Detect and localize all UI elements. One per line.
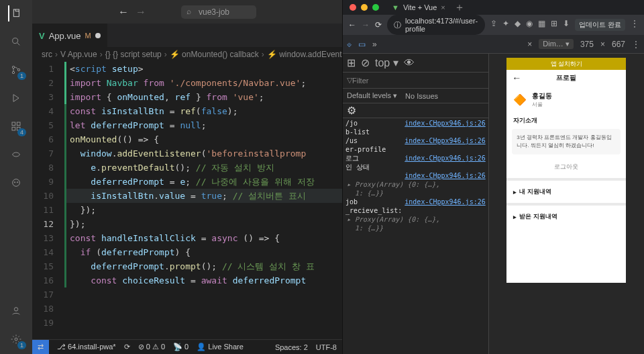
menu-icon[interactable]: ⋮ bbox=[631, 19, 639, 31]
remote-icon[interactable] bbox=[8, 146, 24, 163]
ext3-icon[interactable]: ▦ bbox=[538, 19, 545, 31]
device-dropdown[interactable]: Dim… ▾ bbox=[539, 39, 574, 49]
close-icon[interactable] bbox=[350, 4, 356, 11]
account-icon[interactable] bbox=[8, 303, 24, 319]
tab-close-icon[interactable]: × bbox=[441, 3, 445, 11]
install-banner[interactable]: 앱 설치하기 bbox=[506, 58, 626, 70]
info-icon[interactable]: ⓘ bbox=[394, 20, 401, 30]
clear-icon[interactable]: ⊘ bbox=[361, 56, 370, 69]
scm-badge: 1 bbox=[17, 72, 26, 80]
search-icon[interactable] bbox=[8, 34, 24, 50]
svg-rect-0 bbox=[13, 9, 19, 17]
tab-title: Vite + Vue bbox=[403, 3, 437, 11]
settings-icon[interactable]: 1 bbox=[8, 331, 24, 347]
ext4-icon[interactable]: ⊞ bbox=[551, 19, 557, 31]
download-icon[interactable]: ⬇ bbox=[563, 19, 570, 31]
vue-icon: V bbox=[39, 31, 45, 41]
modified-marker: M bbox=[85, 32, 91, 40]
nav-back-icon[interactable]: ← bbox=[118, 6, 129, 18]
browser-tab[interactable]: ▼ Vite + Vue × bbox=[392, 3, 445, 11]
fwd-icon[interactable]: → bbox=[362, 20, 370, 30]
address-bar[interactable]: ⓘ localhost:4173/#/user-profile bbox=[387, 15, 485, 35]
issues-link[interactable]: No Issues bbox=[405, 92, 438, 100]
copilot-icon[interactable] bbox=[8, 175, 24, 191]
ports[interactable]: 📡 0 bbox=[173, 343, 189, 351]
device-toggle-icon[interactable]: ▭ bbox=[358, 40, 366, 49]
scm-icon[interactable]: 1 bbox=[8, 62, 24, 78]
svg-point-2 bbox=[12, 66, 14, 68]
share-icon[interactable]: ⇪ bbox=[490, 19, 497, 31]
command-center[interactable]: vue3-job bbox=[181, 5, 256, 19]
back-icon[interactable]: ← bbox=[348, 20, 356, 30]
extensions-icon[interactable]: 4 bbox=[8, 118, 24, 134]
accordion-received[interactable]: ▸ 받은 지원내역 bbox=[506, 206, 626, 228]
dirty-dot-icon bbox=[95, 33, 101, 38]
sync-icon[interactable]: ⟳ bbox=[124, 343, 130, 351]
levels-dropdown[interactable]: Default levels ▾ bbox=[347, 91, 397, 100]
files-icon[interactable] bbox=[8, 5, 24, 21]
profile-name: 홍길동 bbox=[532, 91, 552, 101]
intro-title: 자기소개 bbox=[506, 114, 626, 128]
git-branch[interactable]: ⎇ 64.install-pwa* bbox=[57, 343, 116, 351]
more-icon[interactable]: » bbox=[372, 40, 377, 49]
update-button[interactable]: 업데이트 완료 bbox=[575, 19, 625, 31]
minimize-icon[interactable] bbox=[361, 4, 368, 11]
page-title: 프로필 bbox=[556, 73, 576, 83]
console-log-area[interactable]: /jo b-listindex-CHppx946.js:26/us er-pro… bbox=[343, 118, 488, 354]
logout-button[interactable]: 로그아웃 bbox=[506, 156, 626, 178]
devtools-top-bar: ⟐ ▭ » × Dim… ▾ 375 × 667 ⋮ bbox=[343, 35, 644, 54]
encoding[interactable]: UTF-8 bbox=[316, 343, 337, 351]
tab-app-vue[interactable]: V App.vue M bbox=[32, 24, 107, 47]
eye-icon[interactable]: 👁 bbox=[404, 57, 415, 69]
profile-location: 서울 bbox=[532, 101, 552, 108]
intro-body: 3년 경력차 프론트엔드 개발자 홍길동입니다. 뭐든지 열심히 하겠습니다! bbox=[512, 129, 621, 154]
console-filter[interactable]: ▽ Filter bbox=[343, 73, 488, 89]
svg-point-13 bbox=[15, 338, 17, 341]
star-icon[interactable]: ✦ bbox=[502, 19, 509, 31]
code-editor[interactable]: 12345678910111213141516171819 <script se… bbox=[32, 62, 342, 339]
svg-point-1 bbox=[13, 38, 18, 44]
line-gutter: 12345678910111213141516171819 bbox=[32, 62, 64, 339]
context-dropdown[interactable]: top ▾ bbox=[375, 56, 398, 69]
reload-icon[interactable]: ⟳ bbox=[375, 20, 382, 30]
window-controls: ▼ Vite + Vue × ＋ bbox=[343, 0, 644, 15]
accordion-my-apps[interactable]: ▸ 내 지원내역 bbox=[506, 181, 626, 203]
problems[interactable]: ⊘ 0 ⚠ 0 bbox=[138, 343, 165, 351]
browser-toolbar: ← → ⟳ ⓘ localhost:4173/#/user-profile ⇪ … bbox=[343, 15, 644, 35]
tab-filename: App.vue bbox=[49, 31, 81, 41]
inspect-icon[interactable]: ⟐ bbox=[347, 40, 352, 49]
profile-card: 🔶 홍길동 서울 bbox=[506, 86, 626, 114]
gear-icon[interactable]: ⚙ bbox=[347, 104, 356, 117]
title-bar: ← → vue3-job bbox=[32, 0, 342, 24]
status-bar: ⇄ ⎇ 64.install-pwa* ⟳ ⊘ 0 ⚠ 0 📡 0 👤 Live… bbox=[32, 339, 342, 354]
code-area[interactable]: <script setup>import Navbar from './comp… bbox=[64, 62, 342, 339]
new-tab-icon[interactable]: ＋ bbox=[454, 1, 465, 15]
avatar-icon: 🔶 bbox=[513, 93, 527, 106]
browser-window: ▼ Vite + Vue × ＋ ← → ⟳ ⓘ localhost:4173/… bbox=[342, 0, 644, 354]
devtools-close-icon[interactable]: × bbox=[527, 40, 532, 49]
devtools-menu-icon[interactable]: ⋮ bbox=[632, 40, 640, 49]
live-share[interactable]: 👤 Live Share bbox=[197, 343, 244, 351]
nav-fwd-icon[interactable]: → bbox=[136, 6, 146, 18]
back-arrow-icon[interactable]: ← bbox=[512, 73, 521, 83]
vscode-window: 1 4 1 ← → vue3-job V App.vue M src›V App… bbox=[0, 0, 342, 354]
run-icon[interactable] bbox=[8, 90, 24, 106]
ext2-icon[interactable]: ◉ bbox=[526, 19, 533, 31]
app-header: ← 프로필 bbox=[506, 70, 626, 86]
ext1-icon[interactable]: ◆ bbox=[515, 19, 521, 31]
indent[interactable]: Spaces: 2 bbox=[275, 343, 308, 351]
activity-bar: 1 4 1 bbox=[0, 0, 32, 354]
breadcrumbs[interactable]: src›V App.vue›{} {} script setup›⚡ onMou… bbox=[32, 47, 342, 62]
viewport-width[interactable]: 375 bbox=[580, 40, 594, 49]
svg-rect-6 bbox=[12, 127, 15, 130]
svg-point-10 bbox=[14, 182, 15, 183]
svg-point-9 bbox=[13, 179, 20, 187]
console-menu-icon[interactable]: ⊞ bbox=[347, 56, 356, 69]
maximize-icon[interactable] bbox=[372, 4, 379, 11]
viewport-height[interactable]: 667 bbox=[612, 40, 625, 49]
svg-point-12 bbox=[14, 308, 17, 311]
phone-preview[interactable]: 앱 설치하기 ← 프로필 🔶 홍길동 서울 자기소개 3년 경력차 프론트엔드 … bbox=[506, 58, 626, 283]
url-text: localhost:4173/#/user-profile bbox=[405, 17, 478, 33]
console-panel: ⊞ ⊘ top ▾ 👁 ▽ Filter Default levels ▾ No… bbox=[343, 54, 489, 354]
remote-indicator[interactable]: ⇄ bbox=[32, 340, 49, 354]
